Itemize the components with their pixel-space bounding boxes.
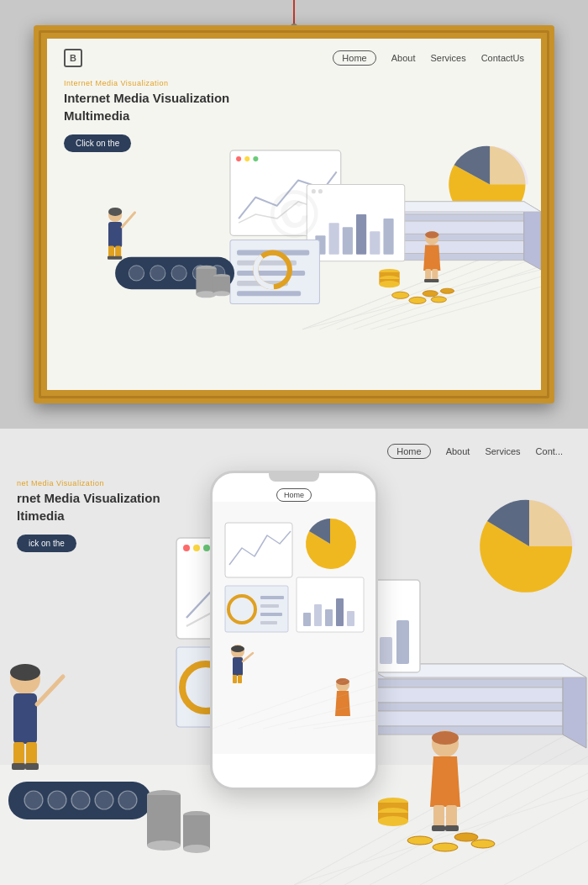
nav-link-contact[interactable]: ContactUs — [481, 53, 524, 63]
nav-logo: B — [64, 49, 82, 67]
phone-screen-illustration — [213, 502, 375, 754]
svg-point-19 — [253, 156, 258, 161]
canvas-nav: B Home About Services ContactUs — [47, 49, 541, 67]
svg-point-68 — [392, 292, 409, 298]
bottom-nav-cont[interactable]: Cont... — [536, 446, 563, 456]
svg-point-38 — [129, 266, 144, 281]
svg-point-67 — [379, 281, 399, 287]
phone-notch — [269, 473, 319, 482]
svg-point-72 — [440, 288, 454, 293]
svg-point-70 — [423, 291, 438, 297]
svg-rect-50 — [114, 256, 122, 260]
svg-point-69 — [409, 297, 426, 303]
svg-rect-86 — [361, 687, 563, 703]
svg-point-39 — [150, 266, 165, 281]
frame-section: B Home About Services ContactUs Internet… — [0, 0, 588, 429]
svg-rect-55 — [424, 279, 432, 282]
svg-rect-56 — [431, 279, 438, 282]
bottom-nav-home[interactable]: Home — [387, 444, 430, 459]
svg-point-116 — [95, 791, 113, 809]
svg-rect-28 — [383, 219, 393, 255]
phone-nav-home: Home — [276, 488, 312, 502]
svg-point-71 — [431, 297, 446, 303]
phone-screen: Home — [213, 473, 375, 788]
headline-area: Internet Media Visualization Internet Me… — [64, 79, 229, 152]
svg-rect-87 — [361, 703, 563, 711]
svg-rect-24 — [329, 223, 339, 255]
svg-rect-125 — [25, 763, 39, 770]
bottom-nav-links: Home About Services Cont... — [387, 444, 563, 459]
hang-string — [293, 0, 295, 25]
headline-sub: Internet Media Visualization — [64, 79, 229, 87]
svg-point-142 — [378, 816, 408, 826]
bottom-nav-services[interactable]: Services — [485, 446, 520, 456]
svg-rect-103 — [380, 637, 392, 664]
svg-point-52 — [425, 231, 438, 238]
svg-rect-151 — [314, 604, 322, 626]
svg-rect-130 — [432, 825, 445, 831]
svg-point-21 — [312, 189, 316, 193]
svg-rect-45 — [108, 222, 122, 247]
svg-rect-157 — [260, 596, 284, 599]
svg-point-137 — [183, 845, 210, 853]
svg-rect-154 — [347, 611, 354, 626]
nav-link-services[interactable]: Services — [430, 53, 465, 63]
svg-rect-49 — [108, 256, 115, 260]
svg-rect-128 — [433, 805, 444, 827]
bottom-cta-button[interactable]: ick on the — [17, 535, 76, 552]
svg-rect-26 — [356, 214, 366, 255]
svg-rect-104 — [396, 620, 409, 664]
svg-point-145 — [454, 833, 478, 841]
svg-rect-61 — [213, 277, 230, 293]
svg-point-117 — [118, 791, 137, 809]
svg-rect-89 — [361, 726, 563, 735]
svg-rect-85 — [361, 679, 563, 687]
svg-point-127 — [432, 731, 459, 745]
bottom-nav-about[interactable]: About — [446, 446, 470, 456]
canvas-illustration: B Home About Services ContactUs Internet… — [47, 39, 541, 390]
svg-rect-152 — [325, 609, 333, 626]
canvas: B Home About Services ContactUs Internet… — [47, 39, 541, 390]
svg-rect-150 — [303, 613, 311, 626]
svg-point-17 — [236, 156, 241, 161]
svg-point-162 — [231, 645, 244, 652]
svg-point-95 — [203, 545, 210, 551]
svg-rect-160 — [260, 621, 277, 624]
svg-rect-133 — [147, 795, 181, 845]
headline-main: Internet Media Visualization Multimedia — [64, 89, 229, 124]
svg-point-115 — [71, 791, 90, 809]
svg-point-93 — [183, 545, 190, 551]
svg-rect-122 — [13, 742, 24, 766]
bottom-nav: Home About Services Cont... — [0, 444, 588, 459]
bottom-headline-sub: net Media Visualization — [17, 479, 160, 487]
svg-rect-136 — [183, 815, 210, 849]
nav-link-about[interactable]: About — [391, 53, 416, 63]
wood-frame: B Home About Services ContactUs Internet… — [34, 25, 554, 403]
bottom-headline-main: rnet Media Visualization ltimedia — [17, 489, 160, 524]
svg-rect-165 — [233, 675, 237, 683]
svg-point-119 — [10, 664, 40, 681]
svg-point-113 — [24, 791, 43, 809]
svg-point-146 — [471, 840, 495, 848]
svg-rect-123 — [26, 742, 37, 766]
svg-point-143 — [407, 836, 433, 845]
svg-rect-153 — [336, 598, 344, 626]
nav-link-home[interactable]: Home — [333, 50, 375, 66]
svg-rect-32 — [237, 271, 305, 276]
svg-rect-166 — [238, 675, 242, 683]
svg-rect-47 — [108, 246, 114, 258]
svg-point-44 — [108, 208, 122, 216]
cta-button[interactable]: Click on the — [64, 134, 131, 152]
bottom-headline: net Media Visualization rnet Media Visua… — [17, 479, 160, 552]
nav-links: Home About Services ContactUs — [333, 50, 524, 66]
svg-point-62 — [213, 291, 230, 296]
svg-rect-27 — [370, 231, 380, 254]
svg-rect-48 — [115, 246, 121, 258]
svg-rect-88 — [361, 711, 563, 726]
svg-point-134 — [147, 840, 181, 851]
svg-point-40 — [171, 266, 186, 281]
svg-rect-53 — [425, 269, 431, 281]
svg-rect-131 — [445, 825, 459, 831]
svg-rect-54 — [432, 269, 438, 281]
bottom-section: Home About Services Cont... net Media Vi… — [0, 429, 588, 885]
